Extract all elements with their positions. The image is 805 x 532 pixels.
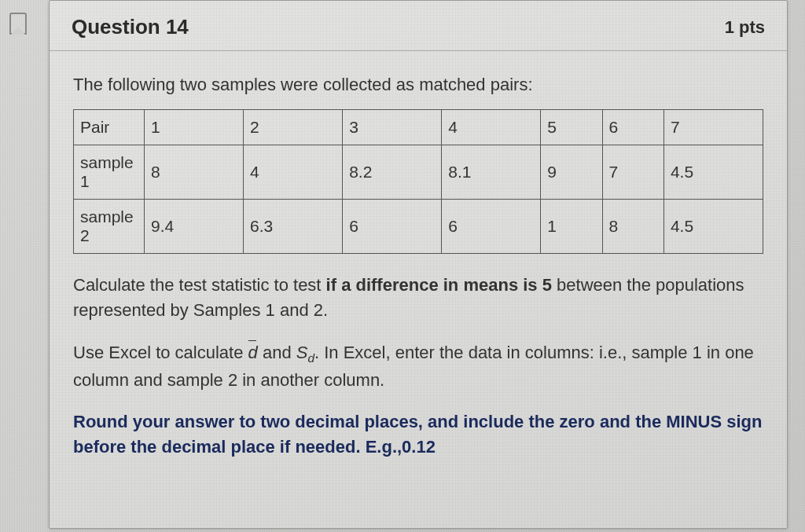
cell: 8 (602, 200, 663, 254)
cell: 4.5 (663, 145, 763, 200)
text: Calculate the test statistic to test (73, 275, 326, 295)
instruction-2: Use Excel to calculate d and Sd. In Exce… (73, 340, 763, 393)
cell: 2 (244, 110, 343, 145)
prompt-text: The following two samples were collected… (73, 75, 763, 95)
bookmark-icon[interactable] (9, 13, 27, 35)
question-card: Question 14 1 pts The following two samp… (49, 0, 788, 529)
cell: 6 (442, 200, 541, 254)
cell: 8 (145, 145, 244, 200)
cell: 6.3 (244, 200, 343, 254)
cell: 1 (145, 110, 244, 145)
text: Use Excel to calculate (73, 343, 248, 362)
table-row: Pair 1 2 3 4 5 6 7 (74, 110, 763, 145)
text: and (258, 343, 296, 362)
question-body: The following two samples were collected… (50, 51, 787, 485)
cell: 8.1 (442, 145, 541, 200)
question-title: Question 14 (72, 15, 189, 39)
cell: 1 (541, 200, 602, 254)
sd-main: S (296, 343, 308, 362)
cell: 6 (343, 200, 442, 254)
bold-text: if a difference in means is 5 (326, 275, 552, 295)
instruction-1: Calculate the test statistic to test if … (73, 273, 763, 323)
cell: 9.4 (145, 200, 244, 254)
row-label: sample 2 (74, 200, 145, 254)
instruction-3: Round your answer to two decimal places,… (73, 409, 763, 460)
cell: 7 (663, 110, 763, 145)
cell: 4.5 (663, 200, 763, 254)
table-row: sample 1 8 4 8.2 8.1 9 7 4.5 (74, 145, 763, 200)
row-label: Pair (74, 110, 145, 145)
d-bar-symbol: d (248, 340, 258, 365)
cell: 3 (343, 110, 442, 145)
cell: 4 (244, 145, 343, 200)
sd-sub: d (307, 351, 314, 365)
cell: 9 (541, 145, 602, 200)
question-points: 1 pts (725, 17, 765, 38)
cell: 5 (541, 110, 602, 145)
left-gutter (0, 0, 36, 532)
cell: 8.2 (343, 145, 442, 200)
table-row: sample 2 9.4 6.3 6 6 1 8 4.5 (74, 200, 763, 254)
cell: 6 (602, 110, 663, 145)
question-header: Question 14 1 pts (50, 1, 787, 51)
cell: 4 (442, 110, 541, 145)
cell: 7 (602, 145, 663, 200)
row-label: sample 1 (74, 145, 145, 200)
data-table: Pair 1 2 3 4 5 6 7 sample 1 8 4 8.2 8.1 … (73, 109, 763, 254)
